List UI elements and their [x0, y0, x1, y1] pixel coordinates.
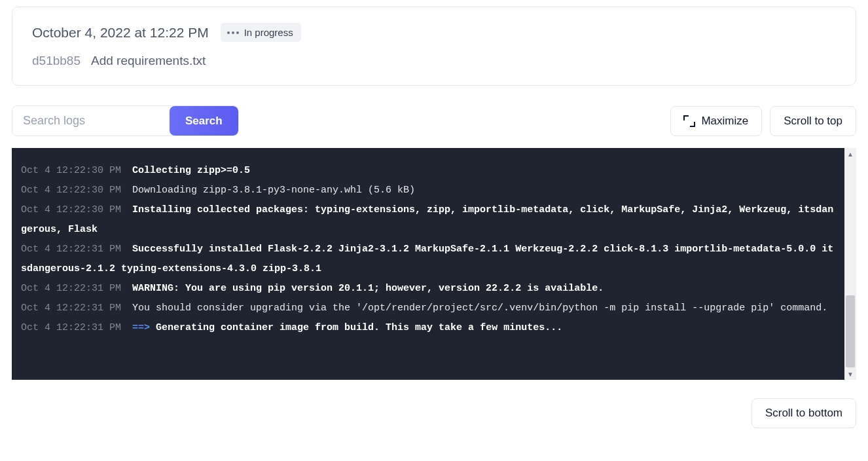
- scroll-up-arrow-icon[interactable]: ▲: [844, 148, 856, 160]
- log-line: Oct 4 12:22:30 PM Downloading zipp-3.8.1…: [21, 181, 838, 200]
- scroll-to-bottom-button[interactable]: Scroll to bottom: [751, 398, 856, 428]
- scroll-to-top-button[interactable]: Scroll to top: [770, 106, 856, 136]
- search-button[interactable]: Search: [170, 106, 238, 136]
- commit-message: Add requirements.txt: [91, 54, 206, 68]
- log-timestamp: Oct 4 12:22:30 PM: [21, 204, 127, 215]
- status-badge: In progress: [221, 23, 301, 42]
- log-message: Installing collected packages: typing-ex…: [21, 204, 833, 235]
- status-label: In progress: [244, 27, 293, 38]
- log-line: Oct 4 12:22:30 PM Installing collected p…: [21, 200, 838, 240]
- maximize-button[interactable]: Maximize: [670, 106, 762, 136]
- log-timestamp: Oct 4 12:22:31 PM: [21, 283, 127, 294]
- log-timestamp: Oct 4 12:22:30 PM: [21, 165, 127, 176]
- scroll-down-arrow-icon[interactable]: ▼: [844, 368, 856, 380]
- search-group: Search: [12, 105, 239, 136]
- log-toolbar: Search Maximize Scroll to top: [12, 105, 856, 136]
- log-line: Oct 4 12:22:31 PM Successfully installed…: [21, 240, 838, 279]
- log-viewer[interactable]: Oct 4 12:22:30 PM Collecting zipp>=0.5Oc…: [12, 148, 844, 380]
- maximize-icon: [684, 116, 695, 126]
- deploy-time: October 4, 2022 at 12:22 PM: [32, 25, 209, 41]
- deploy-header: October 4, 2022 at 12:22 PM In progress: [32, 23, 836, 42]
- deploy-card: October 4, 2022 at 12:22 PM In progress …: [12, 7, 856, 86]
- log-message: Collecting zipp>=0.5: [132, 165, 250, 176]
- log-timestamp: Oct 4 12:22:31 PM: [21, 244, 127, 255]
- log-timestamp: Oct 4 12:22:30 PM: [21, 185, 127, 196]
- log-arrow-icon: ==>: [132, 322, 156, 333]
- footer-row: Scroll to bottom: [12, 398, 856, 428]
- log-timestamp: Oct 4 12:22:31 PM: [21, 322, 127, 333]
- commit-row: d51bb85 Add requirements.txt: [32, 54, 836, 68]
- log-timestamp: Oct 4 12:22:31 PM: [21, 303, 127, 314]
- log-message: WARNING: You are using pip version 20.1.…: [132, 283, 604, 294]
- log-line: Oct 4 12:22:31 PM ==> Generating contain…: [21, 318, 838, 338]
- maximize-label: Maximize: [701, 115, 748, 128]
- log-line: Oct 4 12:22:31 PM WARNING: You are using…: [21, 279, 838, 299]
- scroll-thumb[interactable]: [846, 295, 855, 367]
- log-message: You should consider upgrading via the '/…: [132, 303, 827, 314]
- loading-dots-icon: [227, 31, 239, 34]
- log-message: Successfully installed Flask-2.2.2 Jinja…: [21, 244, 833, 274]
- log-message: Downloading zipp-3.8.1-py3-none-any.whl …: [132, 185, 415, 196]
- log-scrollbar[interactable]: ▲ ▼: [844, 148, 856, 380]
- log-wrapper: Oct 4 12:22:30 PM Collecting zipp>=0.5Oc…: [12, 148, 856, 380]
- log-line: Oct 4 12:22:31 PM You should consider up…: [21, 299, 838, 318]
- log-line: Oct 4 12:22:30 PM Collecting zipp>=0.5: [21, 161, 838, 181]
- log-message: Generating container image from build. T…: [156, 322, 562, 333]
- commit-hash[interactable]: d51bb85: [32, 54, 81, 68]
- search-input[interactable]: [12, 106, 170, 136]
